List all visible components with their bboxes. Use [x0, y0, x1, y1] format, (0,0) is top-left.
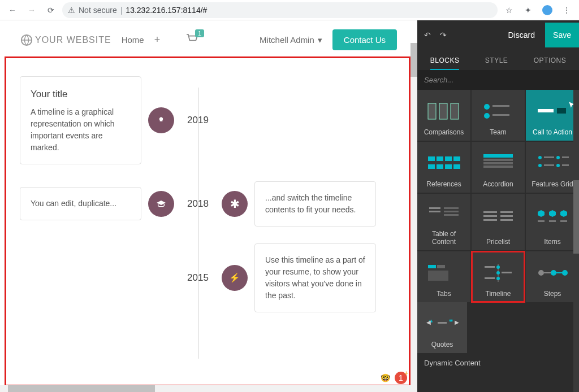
- forward-button[interactable]: →: [24, 2, 40, 18]
- svg-rect-11: [437, 156, 443, 161]
- cart-icon[interactable]: 1: [186, 34, 198, 46]
- block-tabs[interactable]: Tabs: [417, 251, 470, 302]
- add-page-icon[interactable]: +: [154, 34, 161, 46]
- emoji-badge[interactable]: 🤓: [379, 372, 391, 384]
- not-secure-label: Not secure: [79, 6, 117, 15]
- section-dynamic-content: Dynamic Content: [417, 353, 579, 373]
- separator: |: [120, 6, 123, 15]
- svg-rect-30: [429, 207, 440, 209]
- block-references[interactable]: References: [417, 142, 470, 193]
- svg-point-58: [562, 270, 568, 276]
- timeline-card-text: You can edit, duplicate...: [31, 198, 131, 210]
- svg-rect-13: [453, 156, 460, 161]
- canvas-hscroll[interactable]: [0, 385, 417, 392]
- timeline-card[interactable]: Your title A timeline is a graphical rep…: [20, 76, 141, 164]
- svg-point-4: [484, 104, 490, 110]
- svg-rect-19: [483, 159, 513, 161]
- svg-rect-1: [428, 103, 436, 119]
- canvas-vscroll[interactable]: [411, 43, 417, 392]
- site-logo[interactable]: YOUR WEBSITE: [20, 34, 111, 46]
- svg-rect-45: [437, 265, 445, 268]
- save-button[interactable]: Save: [545, 23, 579, 47]
- block-quotes[interactable]: ❝❞◀▶Quotes: [417, 302, 467, 353]
- svg-rect-18: [483, 154, 513, 158]
- svg-rect-32: [444, 207, 459, 209]
- undo-icon[interactable]: ↶: [424, 31, 431, 40]
- svg-rect-60: [438, 322, 447, 324]
- svg-rect-53: [485, 277, 495, 279]
- tab-blocks[interactable]: BLOCKS: [430, 56, 460, 70]
- timeline-dot[interactable]: ⚡: [222, 265, 248, 291]
- svg-rect-7: [492, 114, 509, 116]
- notification-badge[interactable]: 1: [395, 372, 407, 384]
- tab-options[interactable]: OPTIONS: [534, 56, 567, 70]
- timeline-card[interactable]: ...and switch the timeline contents to f…: [254, 181, 376, 227]
- svg-rect-49: [485, 266, 495, 268]
- svg-point-50: [496, 271, 500, 275]
- timeline-card-text: ...and switch the timeline contents to f…: [265, 192, 365, 216]
- block-comparisons[interactable]: Comparisons: [417, 90, 470, 141]
- editor-canvas: YOUR WEBSITE Home + 1 Mitchell Admin ▾ C…: [0, 20, 417, 392]
- timeline-dot[interactable]: ✱: [222, 191, 248, 217]
- svg-rect-20: [483, 162, 513, 164]
- svg-rect-27: [544, 164, 554, 166]
- search-input[interactable]: [417, 70, 579, 90]
- back-button[interactable]: ←: [5, 2, 20, 18]
- nav-home[interactable]: Home: [122, 35, 144, 45]
- block-call-to-action[interactable]: Call to Action: [526, 90, 579, 141]
- block-timeline[interactable]: Timeline: [472, 251, 525, 302]
- site-header: YOUR WEBSITE Home + 1 Mitchell Admin ▾ C…: [0, 20, 417, 59]
- block-accordion[interactable]: Accordion: [472, 142, 525, 193]
- svg-rect-15: [437, 164, 443, 169]
- url-text: 13.232.216.157:8114/#: [126, 6, 207, 15]
- timeline-dot[interactable]: [148, 191, 174, 217]
- svg-rect-44: [428, 265, 436, 268]
- block-steps[interactable]: Steps: [526, 251, 579, 302]
- block-team[interactable]: Team: [472, 90, 525, 141]
- editor-panel: ↶ ↷ Discard Save BLOCKS STYLE OPTIONS Co…: [417, 20, 579, 392]
- svg-text:▶: ▶: [455, 319, 459, 325]
- block-features-grid[interactable]: Features Grid: [526, 142, 579, 193]
- svg-rect-31: [429, 211, 440, 212]
- svg-point-52: [496, 277, 500, 280]
- bolt-icon: ⚡: [229, 272, 240, 283]
- url-bar[interactable]: ⚠ Not secure | 13.232.216.157:8114/#: [62, 2, 498, 18]
- svg-text:❞: ❞: [449, 318, 453, 327]
- svg-point-6: [484, 113, 490, 119]
- svg-rect-33: [444, 211, 459, 212]
- svg-rect-14: [428, 164, 435, 169]
- svg-point-26: [538, 164, 542, 167]
- timeline-dot[interactable]: [148, 107, 174, 133]
- site-name: YOUR WEBSITE: [35, 35, 111, 45]
- extensions-icon[interactable]: ✦: [520, 2, 536, 18]
- tab-style[interactable]: STYLE: [485, 56, 508, 70]
- globe-icon: [20, 34, 33, 46]
- block-table-of-content[interactable]: Table of Content: [417, 194, 470, 250]
- timeline-card[interactable]: You can edit, duplicate...: [20, 187, 141, 220]
- overlay-badges: 🤓 1: [379, 372, 407, 384]
- extension-circle-icon[interactable]: [539, 2, 555, 18]
- svg-rect-34: [444, 214, 459, 216]
- svg-point-54: [538, 270, 544, 276]
- redo-icon[interactable]: ↷: [440, 31, 447, 40]
- svg-rect-25: [562, 156, 569, 158]
- svg-point-28: [556, 164, 560, 167]
- timeline-card[interactable]: Use this timeline as a part of your resu…: [254, 243, 376, 312]
- timeline-card-text: A timeline is a graphical representation…: [31, 106, 131, 154]
- reload-button[interactable]: ⟳: [43, 2, 59, 18]
- bookmark-star-icon[interactable]: ☆: [501, 2, 517, 18]
- svg-rect-41: [538, 220, 545, 222]
- chevron-down-icon: ▾: [318, 35, 322, 45]
- svg-text:◀: ◀: [426, 319, 431, 325]
- panel-vscroll[interactable]: [573, 90, 579, 392]
- discard-button[interactable]: Discard: [502, 26, 542, 44]
- timeline-block[interactable]: Your title A timeline is a graphical rep…: [0, 59, 417, 376]
- svg-rect-35: [483, 211, 497, 213]
- timeline-card-title: Your title: [31, 87, 131, 102]
- browser-menu-icon[interactable]: ⋮: [559, 2, 574, 18]
- block-pricelist[interactable]: Pricelist: [472, 194, 525, 250]
- svg-rect-16: [445, 164, 452, 169]
- contact-us-button[interactable]: Contact Us: [332, 29, 397, 50]
- block-items[interactable]: Items: [526, 194, 579, 250]
- user-dropdown[interactable]: Mitchell Admin ▾: [260, 35, 322, 45]
